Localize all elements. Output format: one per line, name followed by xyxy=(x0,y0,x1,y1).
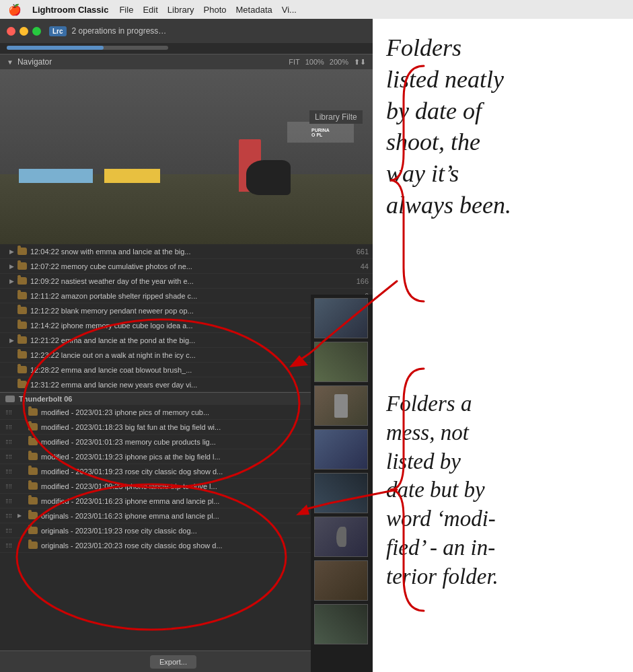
folder-arrow: ⣿⣿ xyxy=(5,410,17,415)
folder-icon xyxy=(17,336,27,344)
folder-icon xyxy=(28,512,38,519)
maximize-button[interactable] xyxy=(32,27,41,36)
folder-arrow: ⣿⣿ xyxy=(5,498,17,504)
folder-icon xyxy=(28,438,38,445)
close-button[interactable] xyxy=(7,27,15,36)
thumb-7[interactable] xyxy=(314,560,368,601)
folder-icon xyxy=(17,307,27,314)
scene-dog xyxy=(246,160,291,195)
folder-icon xyxy=(17,366,27,373)
folder-top-item-1[interactable]: ▶ 12:07:22 memory cube cumulative photos… xyxy=(0,259,373,274)
nav-img-scene: PURINAO PL xyxy=(0,69,373,244)
folder-sub-arrow: ▶ xyxy=(17,513,28,519)
folder-name: 12:21:22 emma and lancie at the pond at … xyxy=(30,336,352,344)
folder-name: 12:28:22 emma and lancie coat blowout br… xyxy=(30,366,357,374)
folder-arrow: ⣿⣿ xyxy=(5,454,17,459)
folder-name: 12:23:22 lancie out on a walk at night i… xyxy=(30,351,352,359)
drive-name: Thunderbolt 06 xyxy=(19,395,324,403)
minimize-button[interactable] xyxy=(20,27,28,36)
annotation-overlay: Folders listed neatly by date of shoot, … xyxy=(373,19,633,672)
folder-top-item-2[interactable]: ▶ 12:09:22 nastiest weather day of the y… xyxy=(0,274,373,289)
progress-label: 2 operations in progress… xyxy=(72,26,366,36)
folder-name: originals - 2023/01:20:23 rose city clas… xyxy=(41,542,357,550)
folder-arrow: ⣿⣿ xyxy=(5,513,17,519)
annotation-bottom-text: Folders a mess, not listed by date but b… xyxy=(386,389,620,591)
folder-count: 44 xyxy=(361,262,369,270)
title-bar: Lrc 2 operations in progress… xyxy=(0,19,373,43)
thumb-3[interactable] xyxy=(314,385,368,426)
folder-top-item-0[interactable]: ▶ 12:04:22 snow with emma and lancie at … xyxy=(0,244,373,259)
thumb-5[interactable] xyxy=(314,473,368,513)
folder-icon xyxy=(17,292,27,299)
folder-arrow: ⣿⣿ xyxy=(5,439,17,445)
menu-edit[interactable]: Edit xyxy=(143,5,157,15)
navigator-image: PURINAO PL xyxy=(0,69,373,244)
menu-file[interactable]: File xyxy=(119,5,133,15)
navigator-collapse-arrow[interactable]: ▼ xyxy=(7,59,13,66)
folder-icon xyxy=(28,408,38,416)
menu-vi[interactable]: Vi... xyxy=(282,5,297,15)
navigator-controls: FIT 100% 200% ⬆⬇ xyxy=(289,58,366,67)
folder-icon xyxy=(17,262,27,270)
thumb-1[interactable] xyxy=(314,298,368,338)
thumb-6[interactable] xyxy=(314,517,368,557)
drive-icon xyxy=(5,396,15,402)
zoom-200[interactable]: 200% xyxy=(330,58,348,67)
folder-arrow: ⣿⣿ xyxy=(5,424,17,430)
folder-arrow: ⣿⣿ xyxy=(5,543,17,548)
apple-menu[interactable]: 🍎 xyxy=(8,3,22,16)
folder-name: 12:09:22 nastiest weather day of the yea… xyxy=(30,277,352,285)
progress-bar-fill xyxy=(7,46,104,50)
folder-arrow: ⣿⣿ xyxy=(5,469,17,474)
folder-icon xyxy=(28,423,38,431)
thumb-8[interactable] xyxy=(314,604,368,644)
folder-icon xyxy=(17,351,27,359)
folder-name: 12:04:22 snow with emma and lancie at th… xyxy=(30,248,352,256)
folder-arrow: ▶ xyxy=(9,263,17,270)
export-button[interactable]: Export... xyxy=(150,655,196,669)
folder-name: 12:12:22 blank memory pendant neweer pop… xyxy=(30,307,357,315)
folder-icon xyxy=(17,322,27,329)
folder-icon xyxy=(28,527,38,534)
scene-table-blue xyxy=(19,169,94,183)
menu-library[interactable]: Library xyxy=(167,5,194,15)
scene-floor xyxy=(0,174,373,244)
progress-area xyxy=(0,43,373,54)
library-filter-label[interactable]: Library Filte xyxy=(309,110,363,124)
folder-icon xyxy=(28,497,38,505)
folder-arrow: ▶ xyxy=(9,337,17,344)
lrc-badge: Lrc xyxy=(49,26,67,36)
scene-purina-sign: PURINAO PL xyxy=(287,122,355,143)
folder-arrow: ▶ xyxy=(9,278,17,285)
thumb-2[interactable] xyxy=(314,342,368,382)
folder-name: originals - 2023/01:16:23 iphone emma an… xyxy=(41,512,352,520)
folder-icon xyxy=(28,453,38,460)
thumbnail-strip xyxy=(311,295,373,672)
menu-items: File Edit Library Photo Metadata Vi... xyxy=(119,5,296,15)
folder-name: originals - 2023/01:19:23 rose city clas… xyxy=(41,527,357,535)
folder-arrow: ▶ xyxy=(9,248,17,255)
menubar: 🍎 Lightroom Classic File Edit Library Ph… xyxy=(0,0,633,19)
menu-photo[interactable]: Photo xyxy=(204,5,227,15)
folder-count: 661 xyxy=(357,248,369,256)
folder-icon xyxy=(28,468,38,475)
folder-icon xyxy=(28,542,38,549)
folder-arrow: ⣿⣿ xyxy=(5,528,17,533)
fit-label[interactable]: FIT xyxy=(289,58,300,67)
app-name: Lightroom Classic xyxy=(32,5,108,15)
menu-metadata[interactable]: Metadata xyxy=(236,5,272,15)
scene-table-yellow xyxy=(104,169,160,183)
zoom-selector[interactable]: ⬆⬇ xyxy=(354,58,366,67)
navigator-panel-header: ▼ Navigator FIT 100% 200% ⬆⬇ xyxy=(0,54,373,69)
traffic-lights xyxy=(7,27,41,36)
thumb-4[interactable] xyxy=(314,429,368,470)
folder-icon xyxy=(17,381,27,388)
navigator-title: Navigator xyxy=(17,57,285,67)
folder-name: 12:07:22 memory cube cumulative photos o… xyxy=(30,262,357,270)
folder-icon xyxy=(17,248,27,255)
folder-icon xyxy=(17,277,27,285)
folder-arrow: ⣿⣿ xyxy=(5,484,17,489)
folder-count: 166 xyxy=(357,277,369,285)
zoom-100[interactable]: 100% xyxy=(305,58,324,67)
folder-icon xyxy=(28,482,38,490)
